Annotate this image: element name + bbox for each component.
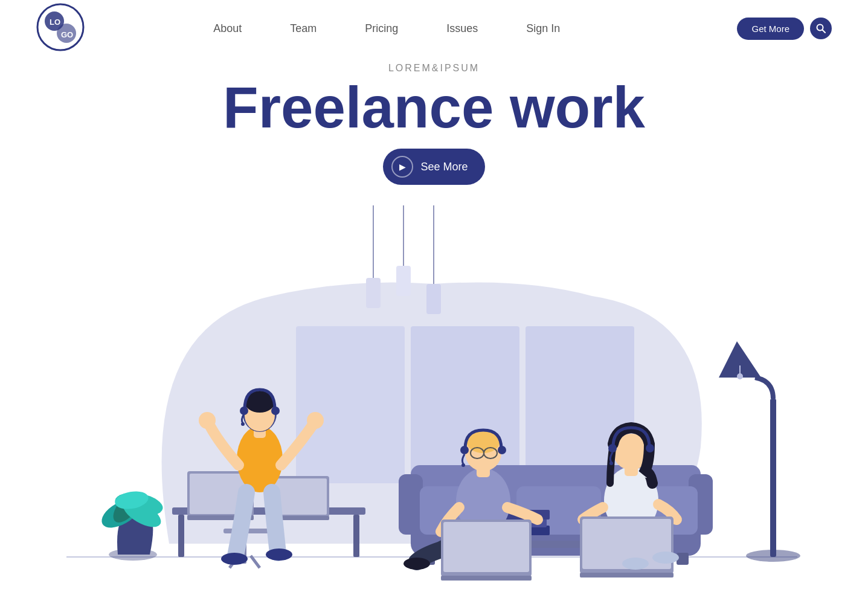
svg-point-82	[609, 462, 613, 465]
hero-section: LOREM&IPSUM Freelance work ▶ See More	[0, 57, 868, 185]
see-more-button[interactable]: ▶ See More	[383, 149, 484, 185]
svg-point-71	[498, 446, 506, 454]
illustration	[0, 205, 868, 592]
svg-rect-85	[580, 573, 674, 578]
play-icon: ▶	[391, 156, 413, 178]
svg-point-86	[622, 558, 649, 570]
hero-subtitle: LOREM&IPSUM	[0, 63, 868, 74]
svg-rect-13	[396, 266, 411, 296]
svg-point-91	[737, 373, 743, 379]
nav-item-issues[interactable]: Issues	[422, 22, 502, 35]
svg-point-72	[461, 463, 465, 467]
nav-item-signin[interactable]: Sign In	[502, 22, 584, 35]
svg-point-47	[266, 549, 292, 561]
svg-point-43	[241, 422, 245, 426]
header: LO GO About Team Pricing Issues Sign In …	[0, 0, 868, 57]
svg-point-70	[460, 446, 469, 454]
svg-point-41	[240, 407, 248, 415]
search-icon[interactable]	[810, 18, 832, 39]
svg-rect-24	[178, 515, 184, 557]
svg-point-42	[271, 407, 280, 415]
svg-point-76	[403, 558, 430, 570]
nav-item-team[interactable]: Team	[266, 22, 341, 35]
svg-line-6	[823, 30, 826, 33]
svg-point-45	[307, 412, 324, 429]
nav-item-pricing[interactable]: Pricing	[341, 22, 422, 35]
svg-rect-89	[770, 399, 776, 557]
nav-item-about[interactable]: About	[189, 22, 266, 35]
svg-point-46	[221, 553, 248, 565]
svg-rect-7	[411, 326, 519, 483]
svg-point-87	[652, 552, 679, 564]
svg-rect-15	[426, 284, 441, 314]
see-more-label: See More	[420, 161, 468, 173]
get-more-button[interactable]: Get More	[737, 18, 804, 40]
svg-rect-50	[399, 474, 423, 535]
svg-rect-75	[441, 576, 532, 581]
svg-rect-11	[366, 278, 381, 308]
svg-rect-9	[296, 326, 405, 483]
main-nav: About Team Pricing Issues Sign In	[36, 22, 737, 35]
svg-rect-74	[443, 522, 529, 572]
svg-point-44	[199, 412, 216, 429]
svg-rect-25	[353, 515, 359, 557]
hero-title: Freelance work	[0, 79, 868, 137]
svg-point-81	[646, 444, 654, 452]
svg-point-80	[608, 444, 617, 452]
header-right: Get More	[737, 18, 832, 40]
